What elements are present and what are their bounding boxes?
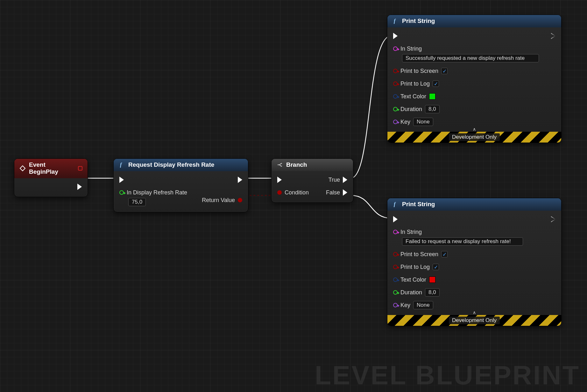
bool-pin-icon bbox=[393, 81, 398, 86]
condition-pin[interactable]: Condition bbox=[277, 188, 309, 197]
text-color-pin[interactable]: Text Color bbox=[393, 92, 539, 101]
pin-label: In String bbox=[400, 229, 422, 235]
in-string-input[interactable]: Successfully requested a new display ref… bbox=[402, 54, 539, 62]
node-title: Event BeginPlay bbox=[29, 161, 75, 175]
string-pin-icon bbox=[393, 46, 398, 51]
node-header[interactable]: f Request Display Refresh Rate bbox=[114, 159, 248, 171]
watermark-text: LEVEL BLUEPRINT bbox=[315, 360, 580, 391]
pin-label: Key bbox=[400, 302, 410, 309]
pin-label: True bbox=[329, 177, 340, 183]
print-to-log-checkbox[interactable]: ✓ bbox=[433, 80, 439, 87]
print-to-log-pin[interactable]: Print to Log ✓ bbox=[393, 263, 523, 271]
false-exec-pin[interactable]: False bbox=[326, 188, 347, 197]
exec-arrow-icon bbox=[119, 177, 124, 183]
pin-label: In String bbox=[400, 46, 422, 52]
exec-arrow-hollow-icon bbox=[551, 33, 555, 39]
bool-pin-icon bbox=[393, 252, 398, 256]
node-header[interactable]: Branch bbox=[272, 159, 353, 171]
true-exec-pin[interactable]: True bbox=[329, 176, 347, 184]
node-title: Request Display Refresh Rate bbox=[128, 161, 214, 168]
pin-label: Text Color bbox=[400, 93, 426, 100]
svg-text:f: f bbox=[120, 162, 122, 168]
exec-in-pin[interactable] bbox=[393, 32, 539, 40]
function-icon: f bbox=[393, 201, 399, 207]
print-to-log-checkbox[interactable]: ✓ bbox=[433, 264, 439, 270]
pin-label: Duration bbox=[400, 106, 422, 113]
node-header[interactable]: Event BeginPlay bbox=[14, 159, 88, 178]
node-request-display-refresh-rate[interactable]: f Request Display Refresh Rate In Displa… bbox=[113, 158, 248, 212]
node-branch[interactable]: Branch Condition True False bbox=[271, 158, 353, 203]
exec-arrow-icon bbox=[393, 216, 398, 222]
exec-arrow-icon bbox=[343, 189, 347, 196]
exec-arrow-icon bbox=[393, 33, 398, 39]
collapse-chevron-icon[interactable]: ∧ bbox=[473, 127, 476, 132]
exec-out-pin[interactable] bbox=[238, 176, 242, 184]
duration-pin[interactable]: Duration 8,0 bbox=[393, 288, 523, 297]
exec-arrow-hollow-icon bbox=[551, 216, 555, 222]
color-swatch[interactable] bbox=[429, 93, 435, 100]
node-event-beginplay[interactable]: Event BeginPlay bbox=[14, 158, 88, 197]
node-title: Branch bbox=[286, 161, 307, 168]
dev-label: Development Only bbox=[449, 133, 500, 141]
in-string-pin[interactable]: In String bbox=[393, 45, 539, 53]
struct-pin-icon bbox=[393, 277, 398, 282]
exec-in-pin[interactable] bbox=[119, 176, 187, 184]
exec-out-pin[interactable] bbox=[551, 215, 555, 223]
key-pin[interactable]: Key None bbox=[393, 118, 539, 126]
svg-text:f: f bbox=[394, 18, 396, 24]
pin-label: Print to Log bbox=[400, 264, 430, 270]
branch-icon bbox=[277, 162, 283, 168]
node-title: Print String bbox=[402, 201, 435, 208]
print-to-screen-pin[interactable]: Print to Screen ✓ bbox=[393, 67, 539, 75]
in-display-refresh-rate-pin[interactable]: In Display Refresh Rate bbox=[119, 188, 187, 197]
print-to-screen-pin[interactable]: Print to Screen ✓ bbox=[393, 250, 523, 258]
pin-label: Return Value bbox=[202, 197, 235, 204]
exec-in-pin[interactable] bbox=[277, 176, 309, 184]
bool-pin-icon bbox=[277, 190, 282, 195]
pin-label: False bbox=[326, 189, 340, 196]
delegate-pin-icon[interactable] bbox=[78, 166, 82, 171]
text-color-pin[interactable]: Text Color bbox=[393, 276, 523, 284]
struct-pin-icon bbox=[393, 94, 398, 99]
pin-label: In Display Refresh Rate bbox=[127, 189, 187, 196]
name-pin-icon bbox=[393, 120, 398, 124]
development-only-stripe: Development Only bbox=[387, 132, 561, 143]
print-to-log-pin[interactable]: Print to Log ✓ bbox=[393, 80, 539, 88]
event-icon bbox=[19, 165, 26, 172]
color-swatch[interactable] bbox=[429, 276, 435, 283]
collapse-chevron-icon[interactable]: ∧ bbox=[473, 310, 476, 315]
node-header[interactable]: f Print String bbox=[387, 15, 561, 27]
return-value-pin[interactable]: Return Value bbox=[202, 196, 242, 204]
print-to-screen-checkbox[interactable]: ✓ bbox=[441, 251, 448, 257]
duration-input[interactable]: 8,0 bbox=[425, 288, 440, 297]
float-pin-icon bbox=[393, 290, 398, 295]
node-header[interactable]: f Print String bbox=[387, 198, 561, 211]
key-input[interactable]: None bbox=[413, 301, 433, 309]
node-print-string-fail[interactable]: f Print String In String Failed to reque… bbox=[387, 198, 562, 326]
in-string-pin[interactable]: In String bbox=[393, 228, 523, 236]
duration-pin[interactable]: Duration 8,0 bbox=[393, 105, 539, 113]
bool-pin-icon bbox=[238, 198, 242, 202]
string-pin-icon bbox=[393, 230, 398, 234]
print-to-screen-checkbox[interactable]: ✓ bbox=[441, 68, 448, 74]
float-pin-icon bbox=[119, 190, 124, 195]
key-input[interactable]: None bbox=[413, 118, 433, 126]
exec-arrow-icon bbox=[277, 177, 282, 183]
in-display-refresh-rate-input[interactable]: 75,0 bbox=[128, 198, 146, 206]
duration-input[interactable]: 8,0 bbox=[425, 105, 440, 113]
in-string-input[interactable]: Failed to request a new display refresh … bbox=[402, 237, 523, 246]
pin-label: Condition bbox=[285, 189, 309, 196]
function-icon: f bbox=[393, 18, 399, 24]
node-title: Print String bbox=[402, 18, 435, 24]
key-pin[interactable]: Key None bbox=[393, 301, 523, 309]
pin-label: Duration bbox=[400, 289, 422, 296]
float-pin-icon bbox=[393, 107, 398, 111]
exec-arrow-icon bbox=[343, 177, 347, 183]
development-only-stripe: Development Only bbox=[387, 315, 561, 326]
pin-label: Key bbox=[400, 119, 410, 125]
exec-out-pin[interactable] bbox=[77, 183, 82, 191]
exec-out-pin[interactable] bbox=[551, 32, 555, 40]
node-print-string-success[interactable]: f Print String In String Successfully re… bbox=[387, 15, 562, 143]
exec-in-pin[interactable] bbox=[393, 215, 523, 223]
exec-arrow-icon bbox=[77, 184, 82, 190]
